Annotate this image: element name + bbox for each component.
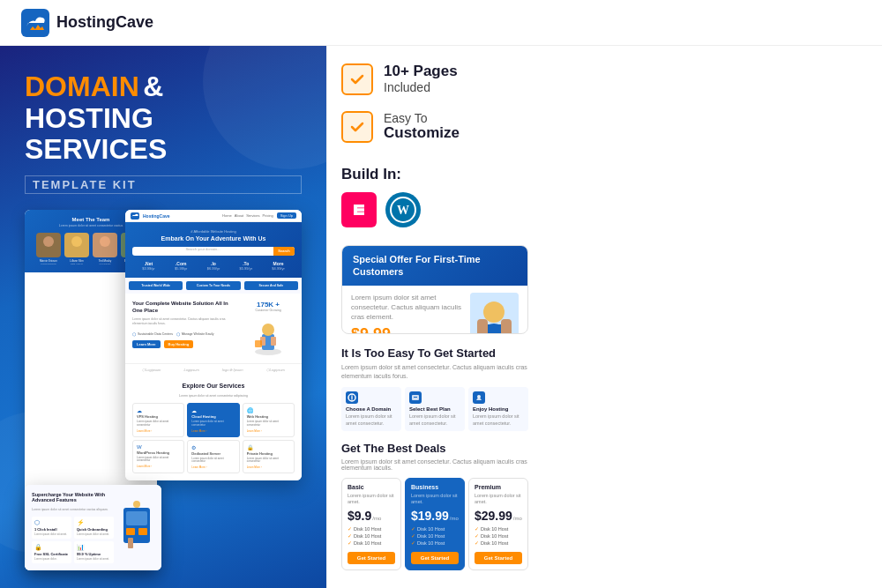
plan-premium: Premium Lorem ipsum dolor sit amet. $29.… (468, 478, 528, 570)
mini-services: Explore Our Services Lorem ipsum dolor s… (125, 376, 302, 481)
member-2: Lillane Slim Data Analyst (64, 233, 89, 265)
plan-btn-premium[interactable]: Get Started (475, 552, 522, 564)
get-started-text: Lorem ipsum dolor sit amet consectetur. … (341, 363, 528, 381)
svg-rect-35 (477, 319, 488, 334)
svg-rect-34 (501, 319, 512, 334)
pages-badge: 10+ Pages Included (341, 63, 528, 95)
member-role-3: Co Founder (93, 263, 117, 265)
plan-business: Business Lorem ipsum dolor sit amet. $19… (405, 478, 465, 570)
offer-price: $9.99 (351, 325, 391, 334)
offer-text: Lorem ipsum dolor sit amet consectetur. … (351, 293, 463, 323)
svg-rect-20 (128, 538, 133, 548)
offer-period: /mo (392, 333, 404, 334)
svg-text:W: W (397, 204, 409, 217)
plan-price-premium: $29.99 (475, 509, 512, 523)
svg-point-31 (483, 301, 505, 323)
features-preview: Supercharge Your Website With Advanced F… (25, 485, 161, 570)
mini-logos: ⬡ Logipsum Logipsum logo ⊕ Ipsum ⬡ Logip… (125, 363, 302, 376)
steps-row: Choose A Domain Lorem ipsum dolor sit am… (341, 387, 528, 430)
svg-rect-38 (414, 397, 417, 398)
build-in-section: Build In: W (341, 166, 528, 227)
offer-body: Lorem ipsum dolor sit amet consectetur. … (342, 286, 527, 334)
service-cloud: ☁ Cloud Hosting Lorem ipsum dolor sit am… (187, 403, 239, 437)
special-offer-card: Special Offer For First-Time Customers L… (341, 245, 528, 334)
plan-step-icon (409, 391, 422, 404)
service-web: 🌐 Web Hosting Lorem ipsum dolor sit amet… (243, 403, 295, 437)
offer-avatar (470, 293, 519, 334)
svg-rect-18 (126, 528, 135, 535)
logo-text: HostingCave (56, 13, 153, 32)
mini-hero-title: Embark On Your Adventure With Us (132, 235, 295, 242)
plan-desc-premium: Lorem ipsum dolor sit amet. (475, 493, 522, 505)
plan-basic: Basic Lorem ipsum dolor sit amet. $9.9 /… (341, 478, 401, 570)
service-private: 🔒 Private Hosting Lorem ipsum dolor sit … (243, 440, 295, 474)
plan-btn-business[interactable]: Get Started (411, 552, 459, 564)
pages-icon (341, 63, 373, 95)
svg-point-12 (262, 324, 274, 336)
mini-nav-logo: HostingCave (143, 213, 170, 219)
logo: HostingCave (21, 9, 153, 37)
main-content: DOMAIN & HOSTING SERVICES TEMPLATE KIT M… (0, 46, 882, 588)
svg-point-6 (97, 248, 113, 257)
customize-line1: Easy To (384, 111, 460, 125)
mini-features: Trusted World Wide Custom To Your Needs … (125, 278, 302, 294)
member-role-2: Data Analyst (64, 263, 89, 265)
svg-rect-25 (354, 208, 364, 212)
step-text-3: Lorem ipsum dolor sit amet consectetur. (473, 413, 524, 426)
plan-desc-business: Lorem ipsum dolor sit amet. (411, 493, 459, 505)
avatar-1 (36, 233, 61, 257)
feat-onboarding: ⚡ Quick Onboarding Lorem ipsum dolor sit… (74, 517, 114, 539)
pricing-text: Lorem ipsum dolor sit amet consectetur. … (341, 458, 528, 471)
step-enjoy: Enjoy Hosting Lorem ipsum dolor sit amet… (468, 387, 528, 430)
feat-uptime: 📊 99.9 % Uptime Lorem ipsum dolor sit am… (74, 541, 114, 563)
mini-hero: # Affordable Website Hosting Embark On Y… (125, 222, 302, 277)
svg-point-39 (477, 395, 481, 398)
svg-rect-24 (354, 205, 364, 208)
mini-solution: Your Complete Website Solution All In On… (125, 294, 302, 363)
plan-name-premium: Premium (475, 484, 522, 490)
svg-rect-17 (126, 511, 147, 525)
pricing-title: Get The Best Deals (341, 442, 528, 455)
offer-header: Special Offer For First-Time Customers (342, 246, 527, 286)
plan-period-business: /mo (450, 516, 459, 521)
avatar-3 (93, 233, 117, 257)
preview-stack: Meet The Team Lorem ipsum dolor sit amet… (25, 210, 302, 570)
pages-number: 10+ Pages (384, 63, 458, 80)
feat-install: ⬡ 1 Click Install Lorem ipsum dolor sit … (32, 517, 71, 539)
service-wp: W WordPress Hosting Lorem ipsum dolor si… (132, 440, 184, 474)
svg-rect-14 (271, 337, 276, 346)
step-title-3: Enjoy Hosting (473, 406, 524, 412)
services-grid: ☁ VPS Hosting Lorem ipsum dolor sit amet… (132, 403, 295, 474)
avatar-2 (64, 233, 89, 257)
svg-point-4 (69, 248, 85, 257)
svg-rect-26 (354, 212, 364, 216)
svg-rect-15 (255, 340, 262, 347)
stats-number: 175K + (257, 301, 280, 309)
wordpress-icon: W (385, 192, 421, 227)
title-domain: DOMAIN (25, 71, 139, 102)
mini-features-section: Supercharge Your Website With Advanced F… (25, 485, 161, 570)
plan-features-premium: ✓ Disk 10 Host ✓ Disk 10 Host ✓ Disk 10 … (475, 526, 522, 546)
services-title: Explore Our Services (132, 383, 295, 389)
customize-badge: Easy To Customize (341, 111, 528, 143)
elementor-icon (341, 192, 377, 227)
plan-price-basic: $9.9 (348, 509, 371, 523)
customize-icon (341, 111, 373, 143)
plan-btn-basic[interactable]: Get Started (348, 552, 395, 564)
svg-point-3 (71, 236, 82, 247)
customize-line2: Customize (384, 125, 460, 142)
build-in-label: Build In: (341, 166, 528, 183)
brand-title: DOMAIN & HOSTING SERVICES (25, 71, 302, 165)
svg-point-1 (43, 236, 54, 247)
member-3: Ted Mosby Co Founder (93, 233, 117, 265)
enjoy-step-icon (473, 391, 485, 404)
service-dedicated: ⚙ Dedicated Server Lorem ipsum dolor sit… (187, 440, 239, 474)
pricing-cards: Basic Lorem ipsum dolor sit amet. $9.9 /… (341, 478, 528, 570)
title-services: SERVICES (25, 134, 302, 165)
step-text-2: Lorem ipsum dolor sit amet consectetur. (409, 413, 460, 426)
plan-price-business: $19.99 (411, 509, 449, 523)
main-preview: HostingCave Home About Services Pricing … (125, 210, 302, 480)
checkmark-icon-2 (349, 119, 365, 135)
feats-title: Supercharge Your Website With Advanced F… (32, 492, 114, 502)
feats-grid: ⬡ 1 Click Install Lorem ipsum dolor sit … (32, 517, 114, 563)
